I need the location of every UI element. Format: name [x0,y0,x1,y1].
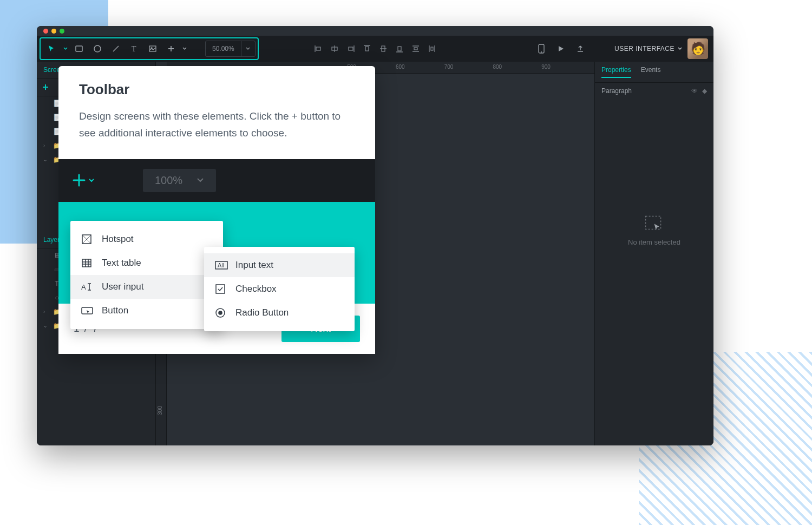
right-panel: Properties Events Paragraph 👁 ◆ No item … [594,62,713,445]
add-element-button[interactable] [71,173,94,188]
plus-tool-icon[interactable] [162,40,180,58]
tooltip-body: Design screens with these elements. Clic… [79,108,355,142]
svg-text:A: A [81,283,86,291]
lock-icon[interactable]: ◆ [702,87,707,95]
tooltip-title: Toolbar [79,81,355,98]
demo-zoom-value: 100% [155,174,182,187]
radio-icon [215,307,227,318]
svg-text:A: A [218,262,222,268]
device-preview-icon[interactable] [534,42,548,56]
align-left-icon[interactable] [311,41,326,56]
svg-rect-9 [316,47,320,50]
dropdown-item-text-table[interactable]: Text table [70,251,223,275]
tab-properties[interactable]: Properties [601,66,631,78]
ruler-tick-label: 300 [157,406,163,415]
dropdown-item-label: Text table [102,258,141,268]
caret-down-icon: ⌄ [43,157,49,162]
window-maximize-icon[interactable] [60,29,64,34]
demo-zoom-dropdown[interactable]: 100% [143,169,216,192]
svg-rect-13 [349,47,353,50]
chevron-down-icon[interactable] [180,40,189,58]
ruler-tick-label: 600 [396,64,405,70]
svg-rect-34 [82,259,91,267]
window-close-icon[interactable] [43,29,48,34]
input-icon: A [81,283,93,291]
submenu-item-label: Input text [235,260,273,271]
line-tool-icon[interactable] [107,40,125,58]
window-titlebar [37,26,713,36]
svg-point-1 [94,45,101,52]
hotspot-icon [81,234,93,245]
button-icon [81,306,93,316]
svg-rect-19 [398,47,401,51]
caret-down-icon: ⌄ [43,323,49,329]
text-tool-icon[interactable]: T [125,40,143,58]
align-right-icon[interactable] [343,41,358,56]
ruler-tick-label: 800 [493,64,502,70]
svg-rect-22 [414,48,417,50]
zoom-level-value: 50.00% [206,45,241,52]
caret-right-icon: › [43,309,49,314]
upload-icon[interactable] [573,42,587,56]
dropdown-item-label: Button [102,305,128,316]
zoom-level-dropdown[interactable]: 50.00% [205,41,256,57]
submenu-item-radio-button[interactable]: Radio Button [204,301,355,325]
table-icon [81,258,93,268]
distribute-h-icon[interactable] [424,41,440,56]
toolbar-right-group: USER INTERFACE 🧑 [534,38,708,59]
align-center-h-icon[interactable] [327,41,342,56]
pointer-tool-icon[interactable] [43,40,61,58]
project-dropdown-label: USER INTERFACE [614,45,675,52]
svg-rect-30 [645,216,660,229]
tooltip-demo-toolbar: 100% [58,159,375,202]
svg-rect-15 [365,47,369,51]
toolbar-highlighted-group: T 50.00% [40,37,259,60]
circle-tool-icon[interactable] [88,40,107,58]
align-middle-v-icon[interactable] [376,41,391,56]
no-selection-placeholder: No item selected [628,215,680,246]
project-dropdown[interactable]: USER INTERFACE [614,45,682,52]
caret-right-icon: › [43,143,49,148]
add-screen-icon[interactable] [39,81,52,94]
submenu-item-checkbox[interactable]: Checkbox [204,277,355,301]
chevron-down-icon [678,47,682,50]
svg-rect-0 [76,46,82,51]
properties-row: Paragraph 👁 ◆ [595,83,713,99]
dropdown-item-user-input[interactable]: A User input [70,275,223,299]
submenu-item-label: Checkbox [235,284,277,294]
window-minimize-icon[interactable] [51,29,56,34]
dropdown-item-label: Hotspot [102,234,134,245]
submenu-item-input-text[interactable]: A Input text [204,253,355,277]
chevron-down-icon [197,178,204,183]
chevron-down-icon [241,41,255,56]
dropdown-item-label: User input [102,281,143,292]
checkbox-icon [215,284,227,294]
tab-events[interactable]: Events [641,66,661,78]
add-element-dropdown: Hotspot Text table A User input Button [70,221,223,329]
chevron-down-icon[interactable] [61,40,70,58]
align-top-icon[interactable] [359,41,375,56]
properties-paragraph-label: Paragraph [601,87,632,95]
visibility-icon[interactable]: 👁 [691,87,698,95]
no-selection-text: No item selected [628,238,680,246]
tooltip-text-section: Toolbar Design screens with these elemen… [58,66,375,159]
svg-rect-47 [216,285,225,293]
rectangle-tool-icon[interactable] [70,40,88,58]
main-toolbar: T 50.00% [37,36,713,62]
distribute-v-icon[interactable] [408,41,423,56]
ruler-tick-label: 700 [444,64,454,70]
play-icon[interactable] [554,42,568,56]
user-input-submenu: A Input text Checkbox Radio Button [204,247,355,331]
user-avatar[interactable]: 🧑 [687,38,708,59]
submenu-item-label: Radio Button [235,307,289,318]
input-text-icon: A [215,260,227,270]
align-bottom-icon[interactable] [392,41,407,56]
image-tool-icon[interactable] [143,40,162,58]
dropdown-item-button[interactable]: Button [70,299,223,323]
dropdown-item-hotspot[interactable]: Hotspot [70,227,223,251]
ruler-tick-label: 900 [541,64,551,70]
svg-text:T: T [132,45,136,53]
svg-line-2 [113,46,119,51]
right-panel-tabs: Properties Events [595,62,713,83]
svg-rect-25 [431,47,433,50]
